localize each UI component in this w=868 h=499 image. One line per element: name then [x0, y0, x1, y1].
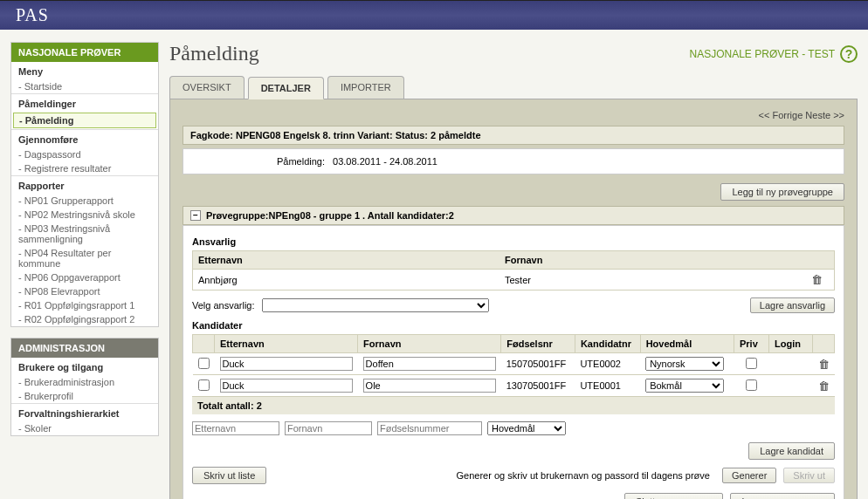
row-hovedmal-select[interactable]: Bokmål	[645, 379, 724, 393]
kandidater-title: Kandidater	[192, 320, 835, 331]
tab-importer[interactable]: IMPORTER	[327, 76, 404, 99]
sidebar-section-pameldinger: Påmeldinger	[11, 93, 158, 112]
app-logo: PAS	[16, 5, 49, 25]
help-icon[interactable]: ?	[840, 45, 858, 63]
sidebar: NASJONALE PRØVER Meny Startside Påmeldin…	[10, 42, 159, 499]
th-fodselsnr: Fødselsnr	[501, 335, 575, 353]
row-etternavn-input[interactable]	[220, 379, 353, 393]
new-hovedmal-select[interactable]: Hovedmål	[487, 421, 566, 435]
ansvarlig-select[interactable]	[262, 298, 489, 312]
trash-icon[interactable]: 🗑	[818, 358, 830, 371]
generer-label: Generer og skriv ut brukernavn og passor…	[273, 470, 715, 481]
lagre-provegruppe-button[interactable]: Lagre prøvegruppe	[730, 493, 835, 499]
row-fnr: 130705001FF	[501, 375, 575, 397]
content: << Forrige Neste >> Fagkode: NPENG08 Eng…	[169, 99, 858, 499]
sidebar-item-np03[interactable]: NP03 Mestringsnivå sammenligning	[11, 222, 158, 246]
velg-ansvarlig-label: Velg ansvarlig:	[192, 300, 255, 311]
sidebar-section-meny: Meny	[11, 62, 158, 79]
tab-detaljer[interactable]: DETALJER	[248, 77, 324, 99]
generer-button[interactable]: Generer	[722, 468, 776, 483]
th-kandidatnr: Kandidatnr	[575, 335, 640, 353]
pamelding-date: 03.08.2011 - 24.08.2011	[333, 156, 437, 167]
topbar: PAS	[0, 0, 868, 30]
sidebar-item-r01[interactable]: R01 Oppfølgingsrapport 1	[11, 298, 158, 312]
group-header: Prøvegruppe:NPEng08 - gruppe 1 . Antall …	[206, 210, 454, 221]
pager-next[interactable]: Neste >>	[805, 110, 844, 120]
row-checkbox[interactable]	[198, 358, 210, 369]
row-knr: UTE0002	[575, 353, 640, 375]
row-knr: UTE0001	[575, 375, 640, 397]
ansvarlig-title: Ansvarlig	[192, 236, 835, 247]
th-etternavn: Etternavn	[215, 335, 358, 353]
th-fornavn: Fornavn	[358, 335, 501, 353]
sidebar-item-r02[interactable]: R02 Oppfølgingsrapport 2	[11, 312, 158, 326]
sidebar-item-startside[interactable]: Startside	[11, 79, 158, 93]
th-login: Login	[769, 335, 813, 353]
context-label: NASJONALE PRØVER - TEST	[690, 48, 835, 60]
row-fornavn-input[interactable]	[363, 357, 496, 371]
sidebar-section-rapporter: Rapporter	[11, 175, 158, 194]
trash-icon[interactable]: 🗑	[811, 273, 829, 286]
sidebar-item-registrere[interactable]: Registrere resultater	[11, 161, 158, 175]
total-row: Totalt antall: 2	[192, 396, 835, 414]
ansvarlig-fornavn: Tester	[505, 275, 811, 285]
th-priv: Priv	[734, 335, 769, 353]
sidebar-item-brukerprofil[interactable]: Brukerprofil	[11, 389, 158, 403]
sidebar-item-skoler[interactable]: Skoler	[11, 421, 158, 435]
collapse-icon[interactable]: −	[190, 210, 201, 221]
sidebar-section-gjennomfore: Gjennomføre	[11, 129, 158, 147]
lagre-kandidat-button[interactable]: Lagre kandidat	[748, 442, 835, 460]
sidebar-item-pamelding[interactable]: Påmelding	[13, 113, 156, 128]
sidebar-item-np04[interactable]: NP04 Resultater per kommune	[11, 246, 158, 270]
tabs: OVERSIKT DETALJER IMPORTER	[169, 76, 858, 99]
page-title: Påmelding	[169, 42, 259, 65]
col-fornavn: Fornavn	[505, 255, 811, 265]
row-fnr: 150705001FF	[501, 353, 575, 375]
new-fodselsnr-input[interactable]	[377, 421, 482, 435]
row-fornavn-input[interactable]	[363, 379, 496, 393]
lagre-ansvarlig-button[interactable]: Lagre ansvarlig	[750, 297, 835, 313]
sidebar-header-np: NASJONALE PRØVER	[11, 43, 158, 62]
skriv-ut-liste-button[interactable]: Skriv ut liste	[192, 467, 266, 484]
sidebar-item-np01[interactable]: NP01 Grupperapport	[11, 194, 158, 208]
add-group-button[interactable]: Legg til ny prøvegruppe	[720, 183, 844, 201]
slett-provegruppe-button[interactable]: Slett prøvegruppe	[624, 493, 723, 499]
table-row: 150705001FF UTE0002 Nynorsk 🗑	[193, 353, 835, 375]
skriv-ut-button[interactable]: Skriv ut	[783, 468, 835, 483]
sidebar-item-np08[interactable]: NP08 Elevrapport	[11, 284, 158, 298]
sidebar-item-np02[interactable]: NP02 Mestringsnivå skole	[11, 208, 158, 222]
row-priv-checkbox[interactable]	[746, 379, 757, 391]
pamelding-label: Påmelding:	[190, 156, 330, 167]
row-priv-checkbox[interactable]	[746, 358, 757, 369]
new-etternavn-input[interactable]	[192, 421, 279, 435]
tab-oversikt[interactable]: OVERSIKT	[169, 76, 245, 99]
th-hovedmal: Hovedmål	[640, 335, 734, 353]
ansvarlig-etternavn: Annbjørg	[198, 275, 505, 285]
sidebar-item-brukeradmin[interactable]: Brukeradministrasjon	[11, 375, 158, 389]
sidebar-section-brukere: Brukere og tilgang	[11, 358, 158, 375]
sidebar-header-admin: ADMINISTRASJON	[11, 338, 158, 358]
row-hovedmal-select[interactable]: Nynorsk	[645, 357, 724, 371]
pager-prev[interactable]: << Forrige	[759, 110, 803, 120]
row-etternavn-input[interactable]	[220, 357, 353, 371]
row-checkbox[interactable]	[198, 379, 210, 391]
col-etternavn: Etternavn	[198, 255, 505, 265]
sidebar-item-dagspassord[interactable]: Dagspassord	[11, 147, 158, 161]
kandidater-table: Etternavn Fornavn Fødselsnr Kandidatnr H…	[192, 334, 835, 396]
table-row: 130705001FF UTE0001 Bokmål 🗑	[193, 375, 835, 397]
trash-icon[interactable]: 🗑	[818, 379, 830, 393]
sidebar-section-forvaltning: Forvaltningshierarkiet	[11, 403, 158, 421]
new-fornavn-input[interactable]	[285, 421, 372, 435]
sidebar-item-np06[interactable]: NP06 Oppgaverapport	[11, 270, 158, 284]
fagkode-bar: Fagkode: NPENG08 Engelsk 8. trinn Varian…	[183, 126, 844, 145]
